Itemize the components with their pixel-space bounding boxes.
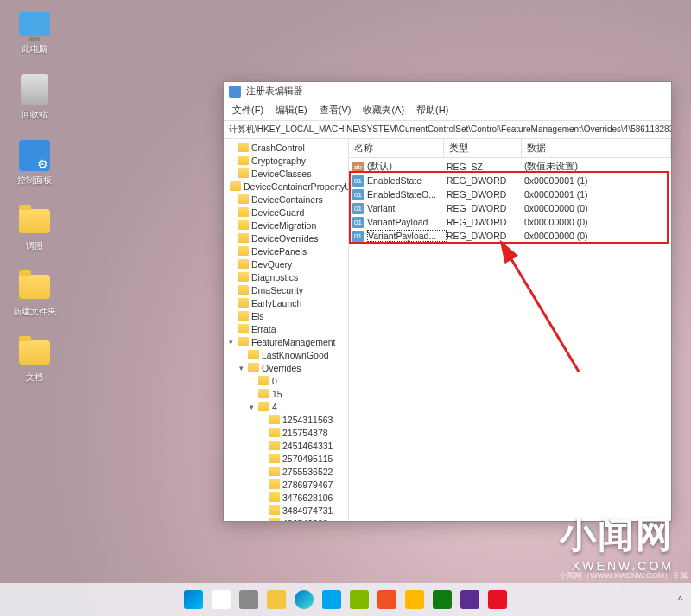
value-row[interactable]: ab(默认)REG_SZ(数值未设置) (349, 160, 671, 174)
taskbar-taskview[interactable] (237, 587, 261, 612)
desktop-icon-cp[interactable]: 控制面板 (9, 138, 60, 187)
folder-icon (230, 181, 241, 191)
cp-icon (19, 140, 50, 171)
desktop-icons-container: 此电脑回收站控制面板调图新建文件夹文档 (9, 7, 60, 384)
tree-item[interactable]: 3476628106 (224, 491, 348, 504)
tree-item[interactable]: 2451464331 (224, 439, 348, 452)
tree-item[interactable]: 215754378 (224, 426, 348, 439)
binary-value-icon: 01 (352, 203, 364, 214)
value-name: VariantPayload (367, 217, 447, 227)
value-row[interactable]: 01VariantPayload...REG_DWORD0x00000000 (… (349, 229, 671, 243)
value-row[interactable]: 01EnabledStateREG_DWORD0x00000001 (1) (349, 174, 671, 187)
value-type: REG_DWORD (447, 217, 524, 227)
tree-item[interactable]: ▾FeatureManagement (224, 335, 348, 348)
tree-item[interactable]: DeviceMigration (224, 219, 348, 232)
tree-item[interactable]: Errata (224, 322, 348, 335)
tree-item[interactable]: DmaSecurity (224, 283, 348, 296)
folder-icon (238, 324, 249, 333)
tree-item[interactable]: 15 (224, 387, 348, 400)
folder-icon (238, 156, 249, 165)
titlebar[interactable]: 注册表编辑器 (224, 82, 671, 100)
folder-icon (269, 518, 280, 521)
taskbar-app-5[interactable] (430, 587, 454, 612)
app-icon (433, 590, 452, 609)
menu-item[interactable]: 帮助(H) (411, 102, 453, 118)
tree-item[interactable]: DeviceOverrides (224, 232, 348, 244)
value-name: Variant (367, 203, 447, 213)
value-row[interactable]: 01VariantPayloadREG_DWORD0x00000000 (0) (349, 215, 671, 229)
tree-item[interactable]: DevicePanels (224, 244, 348, 257)
menu-item[interactable]: 收藏夹(A) (358, 102, 409, 118)
tree-item[interactable]: DeviceGuard (224, 206, 348, 219)
tree-item-label: Overrides (262, 363, 301, 373)
tree-item[interactable]: 426540682 (224, 517, 348, 521)
col-header-name[interactable]: 名称 (349, 139, 444, 157)
col-header-type[interactable]: 类型 (444, 139, 522, 157)
tree-item-label: 4 (272, 402, 277, 412)
tree-item-label: Diagnostics (251, 272, 298, 283)
taskbar-app-2[interactable] (347, 587, 371, 612)
tree-item[interactable]: 1254311563 (224, 413, 348, 426)
tree-item[interactable]: Els (224, 309, 348, 322)
desktop-icon-folder[interactable]: 文档 (9, 335, 60, 384)
tree-item[interactable]: 0 (224, 374, 348, 387)
system-tray[interactable]: ^ (678, 595, 682, 605)
tree-item[interactable]: ▾4 (224, 400, 348, 413)
tree-item[interactable]: DevQuery (224, 257, 348, 270)
tree-item[interactable]: DeviceClasses (224, 167, 348, 180)
tree-expander-icon[interactable]: ▾ (248, 403, 256, 411)
desktop-icon-pc[interactable]: 此电脑 (9, 7, 60, 55)
start-button[interactable] (181, 587, 206, 612)
tree-item[interactable]: DeviceContainers (224, 193, 348, 206)
window-title: 注册表编辑器 (246, 85, 303, 98)
taskbar[interactable]: ^ (0, 583, 691, 616)
tree-item[interactable]: EarlyLaunch (224, 296, 348, 309)
tree-item[interactable]: 2570495115 (224, 452, 348, 465)
app-icon (488, 590, 507, 609)
taskbar-app-7[interactable] (485, 587, 510, 612)
tree-item[interactable]: DeviceContainerPropertyUpda (224, 180, 348, 193)
taskbar-app-4[interactable] (403, 587, 427, 612)
col-header-data[interactable]: 数据 (522, 139, 671, 157)
tree-item[interactable]: 2755536522 (224, 465, 348, 478)
taskbar-app-3[interactable] (375, 587, 399, 612)
tree-item[interactable]: 3484974731 (224, 504, 348, 517)
desktop-icon-label: 文档 (26, 372, 43, 384)
tree-item[interactable]: ▾Overrides (224, 361, 348, 374)
tree-item[interactable]: Cryptography (224, 154, 348, 167)
value-type: REG_DWORD (447, 203, 524, 213)
menu-item[interactable]: 查看(V) (314, 102, 357, 118)
tree-expander-icon[interactable]: ▾ (238, 364, 245, 372)
desktop-icon-bin[interactable]: 回收站 (9, 73, 60, 121)
desktop-icon-folder[interactable]: 新建文件夹 (9, 270, 60, 318)
regedit-window: 注册表编辑器 文件(F)编辑(E)查看(V)收藏夹(A)帮助(H) 计算机\HK… (223, 81, 672, 522)
folder-icon (269, 492, 280, 502)
tree-item[interactable]: 2786979467 (224, 478, 348, 491)
taskbar-app-6[interactable] (458, 587, 482, 612)
tree-expander-icon[interactable]: ▾ (227, 338, 235, 346)
taskbar-search[interactable] (209, 587, 233, 612)
folder-icon (238, 285, 249, 295)
tree-item[interactable]: Diagnostics (224, 270, 348, 283)
tray-chevron-icon[interactable]: ^ (678, 595, 682, 605)
value-name[interactable]: VariantPayload... (367, 230, 447, 242)
taskbar-edge[interactable] (292, 587, 316, 612)
values-header[interactable]: 名称 类型 数据 (349, 139, 671, 158)
address-bar[interactable]: 计算机\HKEY_LOCAL_MACHINE\SYSTEM\CurrentCon… (224, 121, 671, 139)
desktop-icon-folder[interactable]: 调图 (9, 204, 60, 252)
tree-item[interactable]: CrashControl (224, 141, 348, 154)
taskbar-app-1[interactable] (320, 587, 344, 612)
tree-item-label: 2451464331 (282, 441, 333, 451)
value-row[interactable]: 01EnabledStateO...REG_DWORD0x00000001 (1… (349, 187, 671, 201)
value-type: REG_DWORD (447, 175, 524, 186)
values-body[interactable]: ab(默认)REG_SZ(数值未设置)01EnabledStateREG_DWO… (349, 158, 671, 521)
menu-item[interactable]: 编辑(E) (270, 102, 313, 118)
folder-icon (238, 143, 249, 152)
value-row[interactable]: 01VariantREG_DWORD0x00000000 (0) (349, 201, 671, 215)
taskbar-explorer[interactable] (264, 587, 288, 612)
registry-tree[interactable]: CrashControlCryptographyDeviceClassesDev… (224, 139, 349, 521)
menu-item[interactable]: 文件(F) (227, 102, 269, 118)
folder-icon (238, 259, 249, 269)
tree-item[interactable]: LastKnownGood (224, 348, 348, 361)
tree-item-label: Els (251, 311, 264, 321)
